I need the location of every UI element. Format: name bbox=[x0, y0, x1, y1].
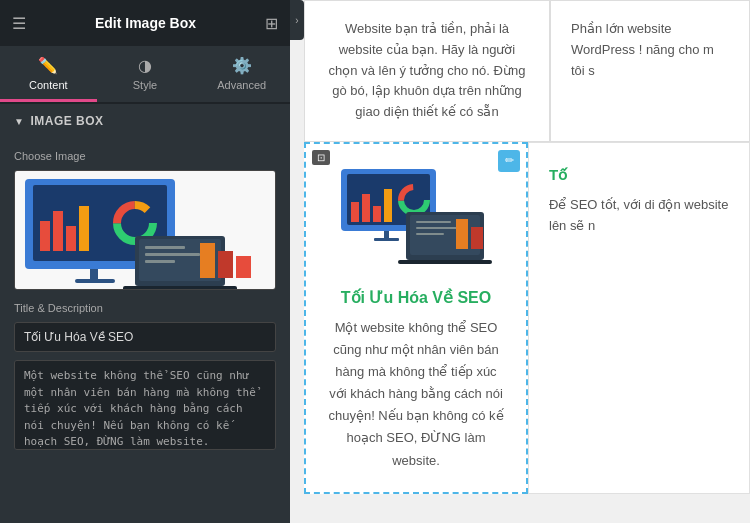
svg-rect-34 bbox=[398, 260, 492, 264]
svg-rect-3 bbox=[40, 221, 50, 251]
card-description: Một website không thể SEO cũng như một n… bbox=[326, 317, 506, 472]
svg-rect-31 bbox=[374, 238, 399, 241]
section-label: Image Box bbox=[30, 114, 103, 128]
svg-rect-14 bbox=[123, 286, 237, 289]
image-preview[interactable] bbox=[14, 170, 276, 290]
content-tab-icon: ✏️ bbox=[38, 56, 58, 75]
advanced-tab-label: Advanced bbox=[217, 79, 266, 91]
card-title: Tối Ưu Hóa Về SEO bbox=[326, 288, 506, 307]
svg-rect-39 bbox=[471, 227, 483, 249]
title-desc-group: Title & Description Một website không th… bbox=[0, 302, 290, 465]
svg-rect-30 bbox=[384, 231, 389, 239]
svg-rect-19 bbox=[218, 251, 233, 278]
top-card-1: Website bạn trả tiền, phải là website củ… bbox=[304, 0, 550, 142]
svg-rect-16 bbox=[145, 253, 200, 256]
advanced-tab-icon: ⚙️ bbox=[232, 56, 252, 75]
collapse-handle[interactable]: › bbox=[290, 0, 304, 40]
style-tab-icon: ◑ bbox=[138, 56, 152, 75]
svg-rect-11 bbox=[75, 279, 115, 283]
tab-content[interactable]: ✏️ Content bbox=[0, 46, 97, 102]
right-card-text: Để SEO tốt, với di độn website lên sẽ n bbox=[549, 195, 729, 237]
svg-rect-38 bbox=[456, 219, 468, 249]
svg-rect-37 bbox=[416, 233, 444, 235]
panel-tabs: ✏️ Content ◑ Style ⚙️ Advanced bbox=[0, 46, 290, 103]
description-textarea[interactable]: Một website không thể SEO cũng như một n… bbox=[14, 360, 276, 450]
hamburger-icon[interactable]: ☰ bbox=[12, 14, 26, 33]
panel-title: Edit Image Box bbox=[95, 15, 196, 31]
tab-advanced[interactable]: ⚙️ Advanced bbox=[193, 46, 290, 102]
svg-rect-4 bbox=[53, 211, 63, 251]
right-partial-card: Tố Để SEO tốt, với di độn website lên sẽ… bbox=[528, 142, 750, 494]
svg-rect-15 bbox=[145, 246, 185, 249]
section-header[interactable]: ▼ Image Box bbox=[0, 103, 290, 138]
top-cards-row: Website bạn trả tiền, phải là website củ… bbox=[304, 0, 750, 142]
top-card-1-text: Website bạn trả tiền, phải là website củ… bbox=[329, 21, 526, 119]
choose-image-label: Choose Image bbox=[14, 150, 276, 162]
svg-rect-20 bbox=[236, 256, 251, 278]
svg-rect-6 bbox=[79, 206, 89, 251]
card-seo-svg bbox=[336, 164, 496, 274]
svg-rect-24 bbox=[351, 202, 359, 222]
svg-rect-18 bbox=[200, 243, 215, 278]
choose-image-group: Choose Image bbox=[0, 138, 290, 302]
widget-marker: ⊡ bbox=[312, 150, 330, 165]
card-image bbox=[336, 164, 496, 274]
top-card-2-text: Phần lớn website WordPress ! năng cho m … bbox=[571, 21, 714, 78]
section-arrow: ▼ bbox=[14, 116, 24, 127]
edit-button[interactable]: ✏ bbox=[498, 150, 520, 172]
top-card-2: Phần lớn website WordPress ! năng cho m … bbox=[550, 0, 750, 142]
svg-rect-5 bbox=[66, 226, 76, 251]
right-card-title: Tố bbox=[549, 163, 729, 187]
left-panel: ☰ Edit Image Box ⊞ ✏️ Content ◑ Style ⚙️… bbox=[0, 0, 290, 523]
svg-rect-26 bbox=[373, 206, 381, 222]
panel-header: ☰ Edit Image Box ⊞ bbox=[0, 0, 290, 46]
title-input[interactable] bbox=[14, 322, 276, 352]
middle-cards-row: ⊡ ✏ bbox=[304, 142, 750, 494]
right-content: Website bạn trả tiền, phải là website củ… bbox=[304, 0, 750, 523]
grid-icon[interactable]: ⊞ bbox=[265, 14, 278, 33]
svg-rect-25 bbox=[362, 194, 370, 222]
svg-rect-35 bbox=[416, 221, 451, 223]
svg-rect-17 bbox=[145, 260, 175, 263]
title-desc-label: Title & Description bbox=[14, 302, 276, 314]
style-tab-label: Style bbox=[133, 79, 157, 91]
panel-body: ▼ Image Box Choose Image bbox=[0, 103, 290, 523]
tab-style[interactable]: ◑ Style bbox=[97, 46, 194, 102]
svg-rect-27 bbox=[384, 189, 392, 222]
preview-image-svg bbox=[15, 171, 275, 289]
collapse-arrow-icon: › bbox=[295, 15, 298, 26]
edit-pencil-icon: ✏ bbox=[505, 154, 514, 167]
content-tab-label: Content bbox=[29, 79, 68, 91]
main-image-box-card: ⊡ ✏ bbox=[304, 142, 528, 494]
